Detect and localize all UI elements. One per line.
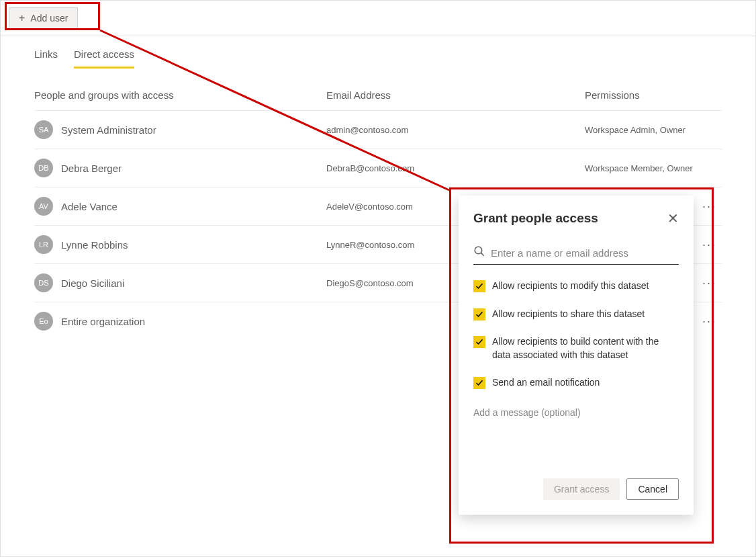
- avatar: SA: [34, 120, 53, 139]
- person-cell: AVAdele Vance: [34, 197, 326, 216]
- checkbox[interactable]: [473, 336, 485, 348]
- permission-cell: Workspace Member, Owner: [585, 163, 722, 173]
- checkbox[interactable]: [473, 377, 485, 389]
- person-name: System Administrator: [61, 124, 156, 136]
- person-name: Adele Vance: [61, 201, 117, 212]
- checkbox-row: Allow recipients to share this dataset: [473, 308, 679, 321]
- grant-access-button[interactable]: Grant access: [543, 478, 620, 500]
- header-permissions: Permissions: [585, 89, 722, 101]
- person-cell: SASystem Administrator: [34, 120, 326, 139]
- add-user-button[interactable]: + Add user: [9, 7, 78, 29]
- table-row: DBDebra BergerDebraB@contoso.comWorkspac…: [34, 148, 722, 187]
- permission-text: Workspace Admin, Owner: [585, 125, 686, 135]
- checkbox[interactable]: [473, 280, 485, 292]
- person-name: Entire organization: [61, 316, 145, 327]
- dialog-title: Grant people access: [473, 211, 598, 226]
- person-name: Debra Berger: [61, 163, 122, 174]
- cancel-button[interactable]: Cancel: [626, 478, 679, 500]
- email-cell: admin@contoso.com: [326, 125, 585, 135]
- person-cell: DBDebra Berger: [34, 159, 326, 177]
- email-cell: DebraB@contoso.com: [326, 163, 585, 173]
- checkbox-label: Send an email notification: [492, 376, 600, 390]
- toolbar: + Add user: [1, 1, 755, 36]
- person-cell: DSDiego Siciliani: [34, 273, 326, 292]
- search-row: [473, 245, 679, 265]
- close-button[interactable]: ✕: [667, 210, 679, 226]
- dialog-footer: Grant access Cancel: [473, 478, 679, 500]
- search-icon: [473, 245, 485, 260]
- person-cell: LRLynne Robbins: [34, 235, 326, 254]
- person-name: Diego Siciliani: [61, 277, 124, 289]
- close-icon: ✕: [667, 211, 679, 226]
- add-user-label: Add user: [30, 13, 68, 24]
- more-icon[interactable]: ···: [702, 238, 722, 252]
- avatar: AV: [34, 197, 53, 216]
- svg-line-1: [481, 253, 484, 256]
- permission-text: Workspace Member, Owner: [585, 163, 693, 173]
- header-people: People and groups with access: [34, 89, 326, 101]
- checkbox-label: Allow recipients to build content with t…: [492, 335, 679, 361]
- tab-links[interactable]: Links: [34, 48, 58, 69]
- grant-access-dialog: Grant people access ✕ Allow recipients t…: [459, 196, 694, 515]
- tab-direct-access[interactable]: Direct access: [74, 48, 134, 69]
- tabs: Links Direct access: [1, 36, 755, 69]
- checkbox[interactable]: [473, 308, 485, 320]
- more-icon[interactable]: ···: [702, 314, 722, 329]
- table-row: SASystem Administratoradmin@contoso.comW…: [34, 110, 722, 148]
- avatar: DB: [34, 159, 53, 177]
- person-cell: EoEntire organization: [34, 312, 326, 331]
- person-name: Lynne Robbins: [61, 239, 128, 251]
- name-email-input[interactable]: [491, 247, 679, 259]
- avatar: Eo: [34, 312, 53, 331]
- avatar: LR: [34, 235, 53, 254]
- dialog-header: Grant people access ✕: [473, 210, 679, 226]
- header-email: Email Address: [326, 89, 585, 101]
- checkbox-row: Send an email notification: [473, 376, 679, 390]
- permission-cell: Workspace Admin, Owner: [585, 125, 722, 135]
- checkbox-row: Allow recipients to build content with t…: [473, 335, 679, 361]
- plus-icon: +: [19, 12, 25, 24]
- svg-point-0: [475, 247, 482, 254]
- checkbox-row: Allow recipients to modify this dataset: [473, 280, 679, 293]
- more-icon[interactable]: ···: [702, 200, 722, 214]
- message-input[interactable]: Add a message (optional): [473, 407, 679, 418]
- checkbox-label: Allow recipients to modify this dataset: [492, 280, 649, 293]
- avatar: DS: [34, 273, 53, 292]
- table-header: People and groups with access Email Addr…: [34, 89, 722, 110]
- checkbox-label: Allow recipients to share this dataset: [492, 308, 645, 321]
- more-icon[interactable]: ···: [702, 276, 722, 290]
